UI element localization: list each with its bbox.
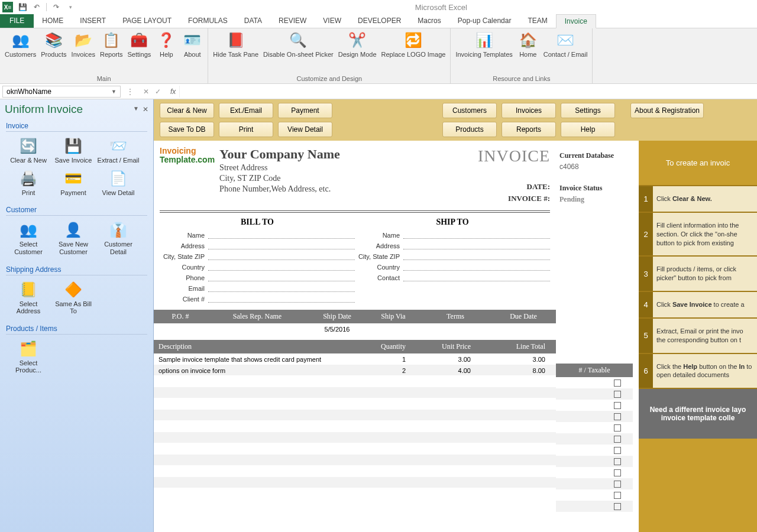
view-detail-button[interactable]: 📄View Detail — [96, 167, 141, 199]
save-icon[interactable]: 💾 — [18, 2, 27, 12]
print-button[interactable]: Print — [219, 122, 273, 137]
tab-review[interactable]: REVIEW — [270, 14, 315, 28]
item-row[interactable] — [154, 455, 556, 466]
taxable-checkbox[interactable] — [614, 503, 621, 510]
taxable-checkbox[interactable] — [614, 469, 621, 476]
save-new-customer-button[interactable]: 👤Save New Customer — [51, 218, 96, 258]
save-to-db-button[interactable]: Save To DB — [160, 122, 214, 137]
select-customer-button[interactable]: 👥Select Customer — [6, 218, 51, 258]
design-mode-button[interactable]: ✂️Design Mode — [336, 30, 379, 73]
replace-logo-button[interactable]: 🔁Replace LOGO Image — [379, 30, 448, 73]
cancel-icon[interactable]: ✕ — [143, 87, 149, 96]
customers-button[interactable]: Customers — [442, 103, 497, 118]
same-as-bill-button[interactable]: 🔶Same As Bill To — [51, 278, 96, 317]
disable-onsheet-picker-button[interactable]: 🔍Disable On-sheet Picker — [261, 30, 336, 73]
tab-home[interactable]: HOME — [34, 14, 72, 28]
products-button[interactable]: Products — [442, 122, 497, 137]
bill-field[interactable] — [208, 231, 355, 239]
contact-email-button[interactable]: ✉️Contact / Email — [541, 30, 590, 73]
extract-email-button[interactable]: 📨Extract / Email — [96, 134, 141, 167]
tab-insert[interactable]: INSERT — [72, 14, 114, 28]
invoices-button[interactable]: 📂Invoices — [69, 30, 98, 73]
clear-new-button[interactable]: Clear & New — [160, 103, 214, 118]
item-row[interactable] — [154, 387, 556, 398]
customer-detail-button[interactable]: 👔Customer Detail — [96, 218, 141, 258]
undo-icon[interactable]: ↶ — [32, 2, 41, 12]
tab-formulas[interactable]: FORMULAS — [180, 14, 236, 28]
bill-field[interactable] — [208, 262, 355, 271]
reports-button[interactable]: Reports — [502, 122, 556, 137]
detail-row[interactable]: 5/5/2016 — [154, 323, 556, 335]
item-row[interactable] — [154, 376, 556, 387]
company-street[interactable]: Street Address — [219, 163, 478, 173]
bill-field[interactable] — [208, 284, 355, 292]
chevron-down-icon[interactable]: ▼ — [111, 89, 117, 95]
about-registration-button[interactable]: About & Registration — [630, 103, 704, 118]
select-address-button[interactable]: 📒Select Address — [6, 278, 51, 317]
item-row[interactable] — [154, 410, 556, 421]
taskpane-menu-icon[interactable]: ▼ — [133, 105, 139, 113]
payment-button[interactable]: 💳Payment — [51, 167, 96, 199]
company-phone[interactable]: Phone Number,Web Address, etc. — [219, 184, 478, 194]
tab-pop-up-calendar[interactable]: Pop-up Calendar — [449, 14, 520, 28]
save-invoice-button[interactable]: 💾Save Invoice — [51, 134, 96, 167]
settings-button[interactable]: 🧰Settings — [125, 30, 154, 73]
tab-developer[interactable]: DEVELOPER — [350, 14, 409, 28]
tab-data[interactable]: DATA — [236, 14, 270, 28]
taxable-checkbox[interactable] — [614, 391, 621, 398]
fx-icon[interactable]: fx — [167, 87, 179, 96]
tab-invoice[interactable]: Invoice — [556, 14, 596, 28]
close-icon[interactable]: ✕ — [143, 105, 148, 113]
bill-field[interactable] — [208, 252, 355, 260]
hide-task-pane-button[interactable]: 📕Hide Task Pane — [211, 30, 261, 73]
name-box[interactable]: oknWhoName ▼ — [2, 86, 121, 98]
taxable-checkbox[interactable] — [614, 447, 621, 454]
bill-field[interactable] — [208, 241, 355, 249]
ship-field[interactable] — [403, 252, 550, 260]
products-button[interactable]: 📚Products — [38, 30, 69, 73]
clear-new-button[interactable]: 🔄Clear & New — [6, 134, 51, 167]
home-button[interactable]: 🏠Home — [515, 30, 541, 73]
item-row[interactable]: options on invoice form24.008.00 — [154, 365, 556, 376]
reports-button[interactable]: 📋Reports — [98, 30, 125, 73]
formula-input[interactable] — [179, 86, 757, 98]
print-button[interactable]: 🖨️Print — [6, 167, 51, 199]
ext-email-button[interactable]: Ext./Email — [219, 103, 273, 118]
item-row[interactable] — [154, 477, 556, 488]
ship-field[interactable] — [403, 231, 550, 239]
settings-button[interactable]: Settings — [561, 103, 615, 118]
item-row[interactable] — [154, 432, 556, 443]
about-button[interactable]: 🪪About — [179, 30, 205, 73]
select-products-button[interactable]: 🗂️Select Produc... — [6, 337, 51, 377]
tab-file[interactable]: FILE — [0, 14, 34, 28]
item-row[interactable] — [154, 398, 556, 410]
taxable-checkbox[interactable] — [614, 458, 621, 465]
tab-view[interactable]: VIEW — [315, 14, 350, 28]
tab-page-layout[interactable]: PAGE LAYOUT — [114, 14, 180, 28]
accept-icon[interactable]: ✓ — [155, 87, 161, 96]
ship-date-value[interactable]: 5/5/2016 — [308, 323, 367, 335]
tab-macros[interactable]: Macros — [409, 14, 449, 28]
bill-field[interactable] — [208, 273, 355, 281]
bill-field[interactable] — [208, 294, 355, 303]
help-button[interactable]: ❓Help — [153, 30, 179, 73]
item-row[interactable] — [154, 466, 556, 477]
help-button[interactable]: Help — [561, 122, 615, 137]
item-row[interactable] — [154, 421, 556, 432]
taxable-checkbox[interactable] — [614, 413, 621, 420]
redo-icon[interactable]: ↷ — [51, 2, 61, 12]
taxable-checkbox[interactable] — [614, 424, 621, 432]
invoices-button[interactable]: Invoices — [502, 103, 556, 118]
taxable-checkbox[interactable] — [614, 492, 621, 499]
customers-button[interactable]: 👥Customers — [2, 30, 38, 73]
payment-button[interactable]: Payment — [278, 103, 332, 118]
taxable-checkbox[interactable] — [614, 402, 621, 409]
view-detail-button[interactable]: View Detail — [278, 122, 332, 137]
taxable-checkbox[interactable] — [614, 481, 621, 488]
item-row[interactable]: Sample invoice template that shows credi… — [154, 353, 556, 365]
taxable-checkbox[interactable] — [614, 436, 621, 443]
ship-field[interactable] — [403, 241, 550, 249]
item-row[interactable] — [154, 443, 556, 455]
invoicing-templates-button[interactable]: 📊Invoicing Templates — [453, 30, 515, 73]
fb-expand-icon[interactable]: ⋮ — [123, 87, 137, 96]
